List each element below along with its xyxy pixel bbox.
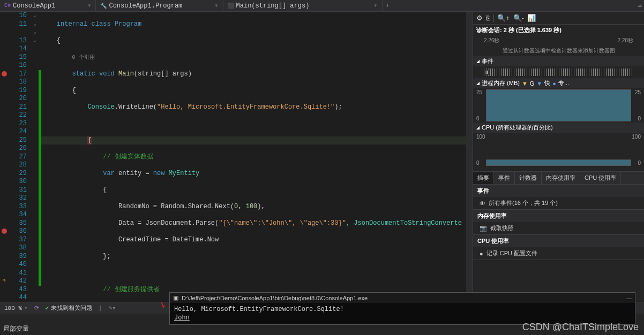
breadcrumb-bar: C# ConsoleApp1 ▾ 🔧 ConsoleApp1.Program ▾… <box>0 0 644 12</box>
gear-icon[interactable]: ⚙ <box>476 14 483 22</box>
panel-events-header: 事件 <box>473 185 644 197</box>
console-title-text: D:\Jeff\Project\Demo\ConsoleApp1\bin\Deb… <box>182 295 368 301</box>
panel-cpu-header: CPU 使用率 <box>473 235 644 247</box>
diag-session-label: 诊断会话: 2 秒 (已选择 1.639 秒) <box>473 25 644 36</box>
breakpoint-icon[interactable] <box>2 229 7 234</box>
console-window: ▣ D:\Jeff\Project\Demo\ConsoleApp1\bin\D… <box>169 292 635 325</box>
cpu-chart[interactable]: 100 100 0 0 <box>475 134 642 166</box>
zoom-in-icon[interactable]: 🔍+ <box>497 14 510 22</box>
class-icon: 🔧 <box>100 3 107 9</box>
nav-project-label: ConsoleApp1 <box>13 2 55 10</box>
panel-memory-header: 内存使用率 <box>473 210 644 222</box>
refresh-icon[interactable]: ⟳ <box>34 304 39 311</box>
swap-icon[interactable]: ⇄ <box>636 2 644 10</box>
line-numbers: 1011131415161718192021222324252627282930… <box>9 12 31 302</box>
console-line: Hello, Microsoft.EntityFrameworkCore.Sql… <box>174 305 631 314</box>
panel-events-item[interactable]: 👁所有事件(16 个，共 19 个) <box>473 197 644 209</box>
events-track: II <box>484 68 633 76</box>
nav-class-label: ConsoleApp1.Program <box>109 2 182 10</box>
codelens-refs[interactable]: 0 个引用 <box>72 55 95 60</box>
code-editor[interactable]: ➪ 10111314151617181920212223242526272829… <box>0 12 473 302</box>
wand-icon[interactable]: ✎▾ <box>109 304 116 311</box>
console-titlebar[interactable]: ▣ D:\Jeff\Project\Demo\ConsoleApp1\bin\D… <box>170 293 635 303</box>
record-icon: ● <box>480 250 483 257</box>
breakpoint-gutter[interactable]: ➪ <box>0 12 9 302</box>
memory-section-header[interactable]: ◢进程内存 (MB) ▼G ▼快 ●专... <box>473 78 644 88</box>
chart-icon[interactable]: 📊 <box>527 14 536 22</box>
panel-snapshot-item[interactable]: 📷截取快照 <box>473 222 644 234</box>
minimize-icon[interactable]: — <box>626 295 632 301</box>
panel-record-cpu-item[interactable]: ●记录 CPU 配置文件 <box>473 247 644 260</box>
check-icon: ✔ <box>46 304 49 311</box>
nav-class[interactable]: 🔧 ConsoleApp1.Program ▾ <box>96 0 223 11</box>
breakpoint-icon[interactable] <box>2 71 7 77</box>
pause-icon: II <box>484 70 490 75</box>
tab-memory[interactable]: 内存使用率 <box>542 172 580 184</box>
console-output: Hello, Microsoft.EntityFrameworkCore.Sql… <box>170 303 635 324</box>
execution-arrow-icon: ➪ <box>0 277 9 284</box>
tab-summary[interactable]: 摘要 <box>473 172 494 184</box>
events-section-header[interactable]: ◢事件 <box>473 56 644 66</box>
memory-chart[interactable]: 25 25 0 0 <box>475 89 642 121</box>
nav-add-button[interactable]: + <box>383 2 393 10</box>
code-content[interactable]: internal class Program { 0 个引用 static vo… <box>41 12 466 302</box>
method-icon: ⬛ <box>228 3 234 9</box>
export-icon[interactable]: ⎘ <box>486 14 490 22</box>
console-line: John <box>174 314 190 322</box>
diagnostics-toolbar: ⚙ ⎘ 🔍+ 🔍- 📊 <box>473 12 644 25</box>
nav-project[interactable]: C# ConsoleApp1 ▾ <box>0 0 96 11</box>
csharp-icon: C# <box>4 3 11 9</box>
editor-scrollbar[interactable] <box>466 12 473 302</box>
zoom-level[interactable]: 100 %▾ <box>4 304 28 311</box>
cmd-icon: ▣ <box>173 294 178 301</box>
counter-hint: 通过从计数器选项中检查计数器来添加计数器图 <box>473 45 644 56</box>
tab-counters[interactable]: 计数器 <box>515 172 542 184</box>
diagnostics-panel: ⚙ ⎘ 🔍+ 🔍- 📊 诊断会话: 2 秒 (已选择 1.639 秒) 2.26… <box>473 12 644 302</box>
camera-icon: 📷 <box>480 225 487 232</box>
nav-method[interactable]: ⬛ Main(string[] args) ▾ <box>223 0 383 11</box>
diag-tabs: 摘要 事件 计数器 内存使用率 CPU 使用率 <box>473 171 644 185</box>
tab-events[interactable]: 事件 <box>494 172 515 184</box>
nav-method-label: Main(string[] args) <box>236 2 310 10</box>
cpu-section-header[interactable]: ◢CPU (所有处理器的百分比) <box>473 123 644 133</box>
tab-cpu[interactable]: CPU 使用率 <box>580 172 621 184</box>
timeline: 2.26秒2.28秒 <box>473 36 644 45</box>
fold-column[interactable]: ⌄⌄⌄⌄ <box>31 12 39 302</box>
issues-status[interactable]: ✔未找到相关问题 <box>46 304 93 312</box>
zoom-out-icon[interactable]: 🔍- <box>513 14 524 22</box>
local-variables-tab[interactable]: 局部变量 <box>3 324 29 333</box>
eye-icon: 👁 <box>480 200 485 207</box>
